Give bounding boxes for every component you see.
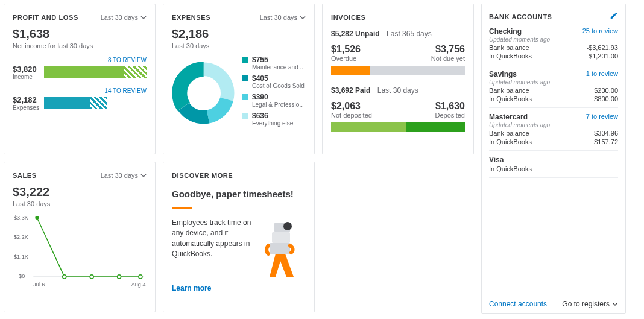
notdue-amount: $3,756 <box>431 44 465 55</box>
card-title: SALES <box>13 172 37 179</box>
svg-point-5 <box>35 216 39 220</box>
discover-body-text: Employees track time on any device, and … <box>172 218 251 260</box>
svg-rect-18 <box>270 243 290 254</box>
bank-accounts-card: BANK ACCOUNTS Checking25 to review Updat… <box>481 4 626 314</box>
svg-point-9 <box>139 275 142 279</box>
chevron-down-icon <box>612 301 618 307</box>
connect-accounts-link[interactable]: Connect accounts <box>489 300 547 308</box>
overdue-amount: $1,526 <box>331 44 361 55</box>
divider <box>172 207 192 209</box>
legend-item: $405Cost of Goods Sold <box>242 74 305 89</box>
net-income-caption: Net income for last 30 days <box>13 42 147 49</box>
income-bar <box>44 66 147 78</box>
legend-item: $390Legal & Professio.. <box>242 93 305 108</box>
net-income: $1,638 <box>13 27 147 41</box>
period-selector[interactable]: Last 30 days <box>260 14 306 21</box>
swatch-icon <box>242 75 248 81</box>
card-title: BANK ACCOUNTS <box>489 13 552 21</box>
expenses-bar <box>44 97 147 109</box>
unpaid-period: Last 365 days <box>387 30 432 38</box>
sales-caption: Last 30 days <box>13 200 147 207</box>
card-title: EXPENSES <box>172 14 210 21</box>
account-row[interactable]: Checking25 to review Updated moments ago… <box>489 22 618 65</box>
svg-text:$3.3K: $3.3K <box>14 215 28 221</box>
discover-heading: Goodbye, paper timesheets! <box>172 189 306 199</box>
paid-total: $3,692 Paid <box>331 86 370 95</box>
svg-point-6 <box>63 275 66 279</box>
chevron-down-icon <box>140 14 147 21</box>
income-review-link[interactable]: 8 TO REVIEW <box>13 57 147 63</box>
account-row[interactable]: Visa In QuickBooks <box>489 151 618 178</box>
sales-total: $3,222 <box>13 185 147 199</box>
card-title: PROFIT AND LOSS <box>13 14 78 21</box>
legend-item: $636Everything else <box>242 112 305 127</box>
chevron-down-icon <box>300 14 306 21</box>
paid-period: Last 30 days <box>377 86 418 95</box>
discover-card: DISCOVER MORE Goodbye, paper timesheets!… <box>163 162 315 312</box>
expenses-caption: Expenses <box>13 104 39 111</box>
notdep-amount: $2,063 <box>331 101 372 112</box>
dep-amount: $1,630 <box>435 101 465 112</box>
svg-text:Jul 6: Jul 6 <box>33 282 45 288</box>
expenses-card: EXPENSES Last 30 days $2,186 Last 30 day… <box>163 4 315 154</box>
unpaid-bar <box>331 66 465 75</box>
svg-text:$1.1K: $1.1K <box>14 254 28 260</box>
expenses-legend: $755Maintenance and .. $405Cost of Goods… <box>242 55 305 130</box>
svg-point-8 <box>118 275 121 279</box>
paid-bar <box>331 122 465 132</box>
unpaid-total: $5,282 Unpaid <box>331 30 380 38</box>
pencil-icon[interactable] <box>610 11 618 22</box>
review-link[interactable]: 7 to review <box>586 113 618 121</box>
svg-rect-17 <box>272 232 290 243</box>
review-link[interactable]: 1 to review <box>586 70 618 78</box>
expenses-total-caption: Last 30 days <box>172 42 306 49</box>
card-title: DISCOVER MORE <box>172 172 306 179</box>
learn-more-link[interactable]: Learn more <box>172 284 306 292</box>
income-amount: $3,820 <box>13 65 39 74</box>
period-selector[interactable]: Last 30 days <box>101 172 147 179</box>
sales-line-chart: $3.3K $2.2K $1.1K $0 Jul 6 Aug 4 <box>13 207 147 295</box>
card-title: INVOICES <box>331 14 465 21</box>
discover-illustration <box>257 218 306 278</box>
swatch-icon <box>242 113 248 119</box>
svg-text:Aug 4: Aug 4 <box>131 282 146 288</box>
sales-card: SALES Last 30 days $3,222 Last 30 days $… <box>4 162 156 312</box>
invoices-card: INVOICES $5,282 Unpaid Last 365 days $1,… <box>322 4 474 154</box>
income-caption: Income <box>13 74 39 80</box>
account-row[interactable]: Savings1 to review Updated moments ago B… <box>489 65 618 108</box>
svg-point-19 <box>283 222 292 230</box>
review-link[interactable]: 25 to review <box>582 27 618 36</box>
expenses-review-link[interactable]: 14 TO REVIEW <box>13 87 147 94</box>
profit-loss-card: PROFIT AND LOSS Last 30 days $1,638 Net … <box>4 4 156 154</box>
svg-point-7 <box>90 275 93 279</box>
chevron-down-icon <box>140 172 147 178</box>
account-row[interactable]: Mastercard7 to review Updated moments ag… <box>489 108 618 151</box>
go-to-registers[interactable]: Go to registers <box>562 300 618 308</box>
svg-text:$0: $0 <box>19 273 25 279</box>
swatch-icon <box>242 94 248 100</box>
period-selector[interactable]: Last 30 days <box>101 14 147 21</box>
expenses-amount: $2,182 <box>13 95 39 104</box>
expenses-donut-chart <box>172 62 235 125</box>
svg-text:$2.2K: $2.2K <box>14 234 28 240</box>
expenses-total: $2,186 <box>172 27 306 41</box>
legend-item: $755Maintenance and .. <box>242 55 305 71</box>
swatch-icon <box>242 57 248 63</box>
